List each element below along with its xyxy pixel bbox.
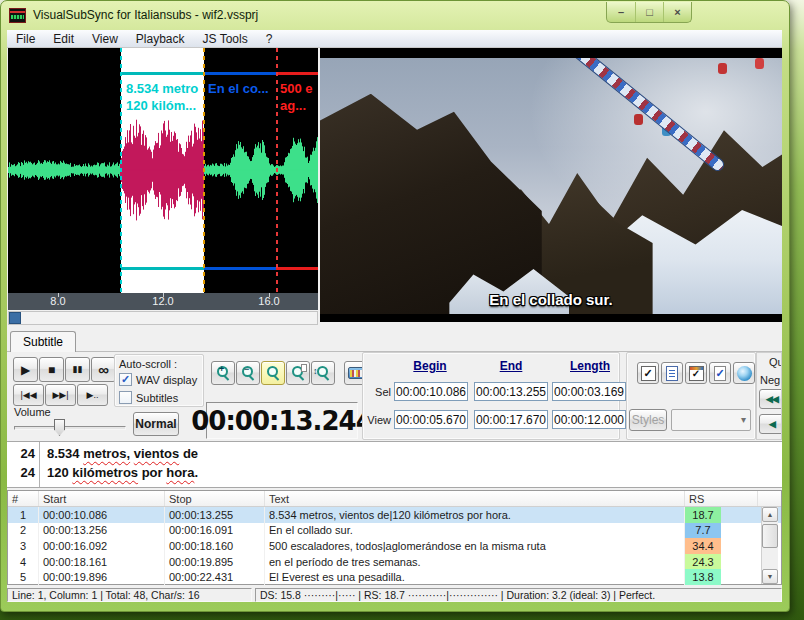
timing-group: Begin End Length Sel View [362,352,620,440]
list-scrollbar-thumb[interactable] [762,524,778,548]
volume-track[interactable] [14,426,126,430]
col-num[interactable]: # [8,491,39,506]
zoom-vertical-button[interactable]: ↕ [311,361,335,385]
menu-help[interactable]: ? [257,30,282,47]
normal-button[interactable]: Normal [133,412,179,436]
menu-playback[interactable]: Playback [127,30,194,47]
menu-js-tools[interactable]: JS Tools [194,30,257,47]
zoom-in-button[interactable]: + [211,361,235,385]
table-row[interactable]: 1 00:00:10.086 00:00:13.255 8.534 metros… [8,507,781,523]
show-text-button[interactable] [661,362,683,384]
selection-end-marker[interactable] [203,48,205,293]
view-begin-field[interactable] [394,410,468,429]
spellcheck-button[interactable]: ✓ [709,362,731,384]
view-label: View [363,414,391,426]
styles-dropdown[interactable]: ▾ [671,409,751,431]
maximize-button[interactable]: □ [635,2,663,22]
editor-line-2[interactable]: 120 kilómetros por hora. [47,465,198,480]
neg-label: Neg [760,374,780,386]
menu-view[interactable]: View [83,30,127,47]
ruler-tick-8: 8.0 [50,295,65,307]
col-stop[interactable]: Stop [165,491,265,506]
tab-subtitle[interactable]: Subtitle [10,331,76,352]
begin-header[interactable]: Begin [413,359,446,373]
zoom-out-button[interactable]: − [236,361,260,385]
menu-file[interactable]: File [7,30,44,47]
sel-length-field[interactable] [552,382,626,401]
cell-text: 500 escaladores, todos|aglomerándose en … [265,538,685,554]
cell-stop: 00:00:13.255 [165,507,265,523]
window-controls: – □ × [606,2,692,23]
check-errors-button[interactable]: ✓ [637,362,659,384]
selection-start-marker[interactable] [120,48,122,293]
waveform-label-1: 8.534 metro 120 kilóm... [126,80,198,114]
error-list-button[interactable]: ✓ [685,362,707,384]
waveform-label-2: En el co... [208,80,269,97]
subtitles-checkbox-row[interactable]: Subtitles [119,391,178,404]
cell-text: en el período de tres semanas. [265,554,685,570]
sel-begin-field[interactable] [394,382,468,401]
volume-thumb[interactable] [54,419,65,436]
pause-button[interactable]: ▮▮ [65,357,90,382]
video-display: En el collado sur. [320,48,782,322]
col-text[interactable]: Text [265,491,685,506]
skip-end-button[interactable]: ▶▶| [45,384,76,406]
table-row[interactable]: 5 00:00:19.896 00:00:22.431 El Everest e… [8,569,781,585]
wav-display-checkbox-row[interactable]: ✓ WAV display [119,373,197,386]
waveform-scrollbar[interactable] [8,311,318,325]
status-metrics: DS: 15.8 ·········|····· | RS: 18.7 ····… [255,588,782,602]
view-end-field[interactable] [474,410,548,429]
zoom-all-button[interactable] [286,361,310,385]
styles-button[interactable]: Styles [629,409,667,431]
loop-button[interactable]: ∞ [91,357,116,382]
subtitles-checkbox[interactable] [119,391,132,404]
sel-label: Sel [367,386,391,398]
ruler-tick-12: 12.0 [152,295,173,307]
close-button[interactable]: × [663,2,691,22]
table-row[interactable]: 4 00:00:18.161 00:00:19.895 en el períod… [8,554,781,570]
network-button[interactable] [733,362,755,384]
length-header[interactable]: Length [570,359,610,373]
waveform-scrollbar-thumb[interactable] [9,312,21,324]
cell-num: 1 [8,507,39,523]
play-subtitle-button[interactable]: ▶.. [77,384,108,406]
subtitle-zone-line-2b [204,267,276,270]
volume-slider[interactable] [14,419,128,436]
cell-start: 00:00:10.086 [39,507,165,523]
wav-display-checkbox[interactable]: ✓ [119,373,132,386]
zoom-selection-button[interactable] [261,361,285,385]
sel-end-field[interactable] [474,382,548,401]
view-length-field[interactable] [552,410,626,429]
waveform-display[interactable]: 8.534 metro 120 kilóm... En el co... 500… [8,48,318,293]
col-start[interactable]: Start [39,491,165,506]
double-left-arrow-icon: ◀◀ [766,394,778,404]
subtitle-boundary-marker[interactable] [276,48,278,293]
cell-num: 4 [8,554,39,570]
stop-button[interactable]: ■ [39,357,64,382]
subtitle-editor[interactable]: 24 24 8.534 metros, vientos de 120 kilóm… [7,441,782,488]
col-rs[interactable]: RS [685,491,758,506]
minimize-button[interactable]: – [607,2,635,22]
menu-edit[interactable]: Edit [44,30,83,47]
volume-label: Volume [14,406,51,418]
cell-text: 8.534 metros, vientos de|120 kilómetros … [265,507,685,523]
scroll-up-button[interactable]: ▲ [762,507,778,522]
skip-start-button[interactable]: |◀◀ [13,384,44,406]
play-button[interactable]: ▶ [13,357,38,382]
nudge-back-button[interactable]: ◀ [759,414,782,434]
list-scrollbar[interactable]: ▲ ▼ [761,507,778,584]
chevron-down-icon: ▾ [741,414,746,425]
cell-num: 5 [8,569,39,585]
time-display-panel: 00:00:13.244 [206,402,358,439]
skip-start-icon: |◀◀ [20,391,36,400]
cell-start: 00:00:19.896 [39,569,165,585]
end-header[interactable]: End [500,359,523,373]
shift-back-button[interactable]: ◀◀ [759,389,782,409]
titlebar[interactable]: VisualSubSync for Italiansubs - wif2.vss… [0,0,790,30]
table-row[interactable]: 2 00:00:13.256 00:00:16.091 En el collad… [8,523,781,539]
editor-line-1[interactable]: 8.534 metros, vientos de [47,446,198,461]
video-rock-left [320,94,542,314]
table-row[interactable]: 3 00:00:16.092 00:00:18.160 500 escalado… [8,538,781,554]
scroll-down-button[interactable]: ▼ [762,569,778,584]
document-icon [666,366,678,381]
